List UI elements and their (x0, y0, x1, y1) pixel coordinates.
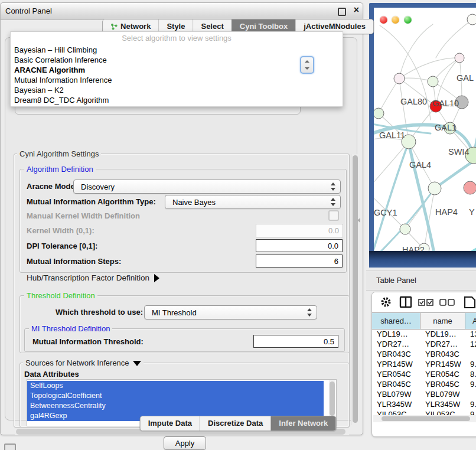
table-cell: YBR045C (420, 379, 465, 389)
split-columns-icon[interactable] (399, 296, 412, 308)
network-edge (409, 142, 434, 251)
table-row[interactable]: YBL079WYBL079W (372, 389, 476, 399)
algorithm-option[interactable]: Dream8 DC_TDC Algorithm (11, 95, 343, 105)
select-all-checkboxes-icon[interactable] (418, 299, 434, 306)
table-row[interactable]: YDL19…YDL19…13 (372, 329, 476, 339)
table-row[interactable]: YBR045CYBR045C9. (372, 379, 476, 389)
algorithm-option[interactable]: ARACNE Algorithm (11, 65, 343, 75)
algorithm-option[interactable]: Bayesian – Hill Climbing (11, 45, 343, 55)
mi-algorithm-type-select[interactable]: Naive Bayes (165, 195, 341, 209)
table-row[interactable]: YDR27…YDR27…12 (372, 339, 476, 349)
tab-label: Cyni Toolbox (240, 22, 288, 31)
sources-label: Sources for Network Inference (25, 358, 129, 367)
manual-kernel-width-checkbox[interactable] (328, 210, 339, 221)
table-row[interactable]: YLR345WYLR345W9. (372, 399, 476, 409)
table-cell: YDL19… (420, 329, 465, 339)
network-edge (374, 142, 409, 191)
table-cell: 8. (465, 369, 476, 379)
table-cell: YBL079W (372, 389, 420, 399)
tab-impute-data[interactable]: Impute Data (141, 416, 200, 431)
minimized-panel-chip[interactable] (4, 444, 16, 450)
table-cell: YBR043C (420, 349, 465, 359)
table-cell: YER054C (420, 369, 465, 379)
focused-combo-stepper[interactable] (300, 56, 314, 74)
algorithm-option[interactable]: Mutual Information Inference (11, 75, 343, 85)
mac-minimize-icon[interactable] (392, 16, 399, 24)
new-column-icon[interactable] (464, 295, 476, 309)
tab-label: Select (201, 22, 223, 31)
table-row[interactable]: YER054CYER054C8. (372, 369, 476, 379)
table-panel-bar[interactable]: Table Panel (366, 270, 476, 291)
kernel-width-label: Kernel Width (0,1): (27, 226, 94, 235)
table-cell: YER054C (372, 369, 420, 379)
float-window-icon[interactable] (338, 8, 346, 16)
algorithm-option[interactable]: Bayesian – K2 (11, 85, 343, 95)
stepper-icon (331, 198, 336, 206)
tab-label: Style (167, 22, 185, 31)
table-cell: YPR145W (372, 359, 420, 369)
network-node[interactable] (428, 76, 438, 87)
gear-icon[interactable] (380, 296, 392, 308)
which-threshold-value: MI Threshold (152, 308, 197, 317)
table-row[interactable]: YPR145WYPR145W9. (372, 359, 476, 369)
mi-steps-field[interactable]: 6 (256, 255, 343, 268)
attribute-item[interactable]: TopologicalCoefficient (27, 391, 324, 401)
node-label: GAL4 (409, 160, 431, 169)
column-header-name[interactable]: name (420, 313, 465, 329)
window-bottom-border (369, 251, 476, 268)
node-label: GAL (457, 73, 474, 83)
column-header-A[interactable]: A (465, 313, 476, 329)
network-edge (457, 245, 476, 251)
node-label: Y (469, 207, 475, 217)
table-panel-title: Table Panel (376, 276, 416, 285)
settings-vertical-scrollbar[interactable] (351, 154, 359, 425)
network-node[interactable] (428, 182, 441, 195)
algorithm-option[interactable]: Basic Correlation Inference (11, 55, 343, 65)
which-threshold-select[interactable]: MI Threshold (144, 305, 317, 319)
close-icon[interactable]: × (354, 5, 359, 15)
aracne-mode-select[interactable]: Discovery (73, 180, 341, 194)
algorithm-select-popup: Select algorithm to view settings Bayesi… (10, 31, 343, 107)
node-label: GCY1 (374, 208, 397, 217)
tab-discretize-data[interactable]: Discretize Data (200, 416, 270, 431)
deselect-all-checkboxes-icon[interactable] (439, 299, 455, 306)
mi-threshold-label: Mutual Information Threshold: (32, 337, 144, 346)
table-header-row: shared…nameA (372, 312, 476, 330)
tab-label: Impute Data (148, 419, 192, 428)
network-edge (436, 19, 472, 58)
network-node[interactable] (400, 224, 410, 234)
algorithm-placeholder: Select algorithm to view settings (11, 32, 343, 45)
sources-toggle[interactable]: Sources for Network Inference (23, 358, 144, 367)
node-label: HAP4 (435, 207, 458, 217)
tab-infer-network[interactable]: Infer Network (270, 416, 335, 431)
table-row[interactable]: YBR043CYBR043C (372, 349, 476, 359)
network-node[interactable] (394, 73, 405, 84)
control-panel-titlebar[interactable]: Control Panel × (1, 3, 363, 20)
network-node[interactable] (467, 14, 476, 25)
dpi-tolerance-field[interactable]: 0.0 (256, 239, 343, 252)
attribute-item[interactable]: BetweennessCentrality (27, 401, 324, 411)
apply-button[interactable]: Apply (164, 436, 206, 450)
dpi-tolerance-label: DPI Tolerance [0,1]: (27, 242, 97, 250)
table-horizontal-scrollbar[interactable] (373, 415, 476, 422)
table-cell: 13 (465, 329, 476, 339)
mi-threshold-field[interactable]: 0.5 (253, 335, 338, 348)
network-node[interactable] (455, 53, 464, 63)
column-header-shared[interactable]: shared… (372, 313, 420, 329)
table-cell (465, 349, 476, 359)
network-canvas[interactable]: GALGAL80GAL10GAL1GAL11SWI4GAL4GCY1HAP4YH… (374, 8, 476, 251)
splitter-handle-icon[interactable] (357, 218, 360, 223)
table-cell: YLR345W (420, 399, 465, 409)
network-node[interactable] (374, 108, 384, 119)
mac-zoom-icon[interactable] (404, 16, 412, 24)
algorithm-definition-title: Algorithm Definition (24, 165, 96, 174)
which-threshold-label: Which threshold to use: (56, 308, 143, 317)
window-title: Control Panel (5, 6, 52, 15)
mac-close-icon[interactable] (380, 16, 387, 24)
attribute-item[interactable]: SelfLoops (27, 381, 324, 391)
hub-definition-toggle[interactable]: Hub/Transcription Factor Definition (27, 273, 159, 282)
network-node[interactable] (464, 181, 476, 194)
collapsed-arrow-icon (154, 274, 159, 282)
mi-algorithm-type-label: Mutual Information Algorithm Type: (27, 197, 156, 206)
kernel-width-field[interactable]: 0.0 (256, 224, 343, 237)
